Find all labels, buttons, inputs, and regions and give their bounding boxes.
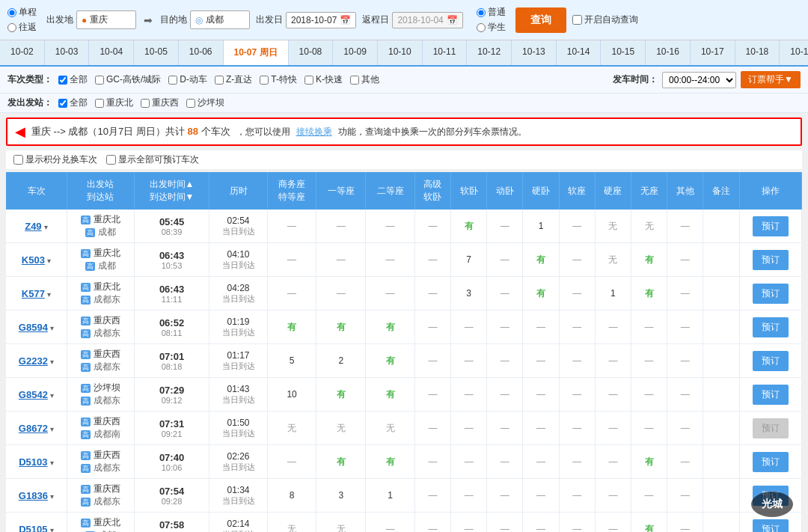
- train-no-link[interactable]: G8542: [19, 389, 48, 400]
- station-filter-item[interactable]: 重庆北: [95, 97, 133, 109]
- option-item[interactable]: 显示积分兑换车次: [13, 153, 97, 166]
- seat-cell-7: —: [559, 412, 595, 445]
- seat-cell-7: —: [559, 445, 595, 479]
- train-expand-arrow[interactable]: ▾: [47, 290, 51, 299]
- date-tab[interactable]: 10-16: [646, 40, 691, 65]
- book-button[interactable]: 预订: [753, 385, 789, 405]
- seat-cell-10: —: [667, 412, 703, 445]
- type-filter-item[interactable]: GC-高铁/城际: [95, 73, 161, 86]
- date-tab[interactable]: 10-12: [467, 40, 512, 65]
- book-button[interactable]: 预订: [753, 452, 789, 472]
- date-tab[interactable]: 10-04: [89, 40, 134, 65]
- station-cell: 高 重庆西 高 成都东: [67, 479, 135, 513]
- date-tab[interactable]: 10-09: [333, 40, 378, 65]
- train-no-link[interactable]: G8672: [19, 423, 48, 434]
- type-filter-checkbox[interactable]: [260, 76, 269, 85]
- dep-station-icon: 高: [81, 519, 91, 528]
- book-button[interactable]: 预订: [753, 284, 789, 304]
- station-filters: 全部重庆北重庆西沙坪坝: [58, 97, 224, 109]
- seat-cell-9: —: [631, 412, 667, 445]
- train-expand-arrow[interactable]: ▾: [50, 459, 54, 467]
- type-filter-item[interactable]: 全部: [58, 73, 88, 86]
- station-filter-checkbox[interactable]: [58, 99, 67, 108]
- student-ticket-option[interactable]: 学生: [477, 21, 506, 34]
- date-tab[interactable]: 10-08: [289, 40, 334, 65]
- round-trip-radio[interactable]: [7, 23, 16, 32]
- train-expand-arrow[interactable]: ▾: [50, 324, 54, 332]
- train-expand-arrow[interactable]: ▾: [50, 358, 54, 366]
- option-checkbox[interactable]: [13, 155, 23, 165]
- date-tab[interactable]: 10-15: [601, 40, 646, 65]
- station-filter-checkbox[interactable]: [186, 99, 195, 108]
- train-no-link[interactable]: G8594: [19, 322, 48, 333]
- book-button[interactable]: 预订: [753, 216, 789, 236]
- normal-ticket-radio[interactable]: [477, 8, 486, 17]
- remark-cell: [703, 277, 739, 311]
- train-no-link[interactable]: K577: [22, 288, 45, 299]
- date-tab[interactable]: 10-18: [735, 40, 780, 65]
- date-tab[interactable]: 10-10: [378, 40, 423, 65]
- type-filter-item[interactable]: T-特快: [260, 73, 297, 86]
- book-button[interactable]: 预订: [753, 519, 789, 533]
- auto-query-option[interactable]: 开启自动查询: [572, 13, 638, 26]
- single-trip-option[interactable]: 单程: [7, 6, 37, 19]
- dep-date-input[interactable]: 2018-10-07 📅: [286, 12, 356, 28]
- train-no-link[interactable]: Z49: [25, 221, 41, 232]
- date-tab[interactable]: 10-14: [557, 40, 602, 65]
- station-filter-checkbox[interactable]: [141, 99, 150, 108]
- date-tab[interactable]: 10-19: [780, 40, 808, 65]
- from-input[interactable]: ● 重庆: [76, 10, 136, 29]
- option-item[interactable]: 显示全部可预订车次: [106, 153, 199, 166]
- round-trip-option[interactable]: 往返: [7, 21, 37, 34]
- date-tab[interactable]: 10-11: [423, 40, 468, 65]
- search-button[interactable]: 查询: [515, 7, 566, 33]
- route-count-suffix: 个车次: [201, 126, 230, 137]
- type-filter-checkbox[interactable]: [95, 76, 104, 85]
- train-no-link[interactable]: G2232: [19, 355, 48, 367]
- normal-ticket-option[interactable]: 普通: [477, 6, 506, 19]
- station-filter-item[interactable]: 重庆西: [141, 97, 179, 109]
- station-filter-item[interactable]: 全部: [58, 97, 88, 109]
- student-ticket-radio[interactable]: [477, 23, 486, 32]
- date-tab[interactable]: 10-02: [0, 40, 45, 65]
- type-filter-item[interactable]: Z-直达: [215, 73, 252, 86]
- train-expand-arrow[interactable]: ▾: [47, 257, 51, 265]
- train-no-link[interactable]: K503: [22, 254, 45, 266]
- time-select[interactable]: 00:00--24:00: [662, 72, 736, 88]
- auto-query-checkbox[interactable]: [572, 15, 582, 25]
- book-button[interactable]: 预订: [753, 351, 789, 371]
- type-filter-checkbox[interactable]: [350, 76, 359, 85]
- book-button[interactable]: 预订: [753, 317, 789, 337]
- train-no-link[interactable]: D5103: [19, 456, 47, 468]
- date-tab[interactable]: 10-03: [45, 40, 90, 65]
- date-tab[interactable]: 10-06: [179, 40, 224, 65]
- help-button[interactable]: 订票帮手▼: [741, 71, 801, 88]
- book-button[interactable]: 预订: [753, 250, 789, 270]
- option-checkbox[interactable]: [106, 155, 116, 165]
- date-tab[interactable]: 10-13: [512, 40, 557, 65]
- train-expand-arrow[interactable]: ▾: [50, 526, 54, 533]
- train-expand-arrow[interactable]: ▾: [44, 223, 48, 231]
- type-filter-checkbox[interactable]: [58, 76, 67, 85]
- date-tab[interactable]: 10-17: [691, 40, 735, 65]
- station-filter-item[interactable]: 沙坪坝: [186, 97, 224, 109]
- train-expand-arrow[interactable]: ▾: [50, 425, 54, 433]
- ret-date-input[interactable]: 2018-10-04 📅: [392, 12, 462, 28]
- train-no-link[interactable]: G1836: [19, 490, 48, 501]
- type-filter-item[interactable]: 其他: [350, 73, 379, 86]
- type-filter-checkbox[interactable]: [304, 76, 313, 85]
- type-filter-item[interactable]: K-快速: [304, 73, 343, 86]
- train-expand-arrow[interactable]: ▾: [50, 492, 54, 501]
- date-tab[interactable]: 10-07 周日: [224, 40, 289, 67]
- date-tab[interactable]: 10-05: [134, 40, 179, 65]
- train-expand-arrow[interactable]: ▾: [50, 391, 54, 400]
- type-filter-checkbox[interactable]: [215, 76, 224, 85]
- transfer-link[interactable]: 接续换乘: [296, 126, 332, 138]
- train-no-link[interactable]: D5105: [19, 524, 47, 533]
- station-filter-checkbox[interactable]: [95, 99, 104, 108]
- type-filter-checkbox[interactable]: [168, 76, 177, 85]
- single-trip-radio[interactable]: [7, 8, 16, 17]
- to-input[interactable]: ◎ 成都: [190, 10, 250, 29]
- type-filter-item[interactable]: D-动车: [168, 73, 207, 86]
- route-main-text: 重庆 --> 成都（10月7日 周日）共计: [31, 126, 185, 137]
